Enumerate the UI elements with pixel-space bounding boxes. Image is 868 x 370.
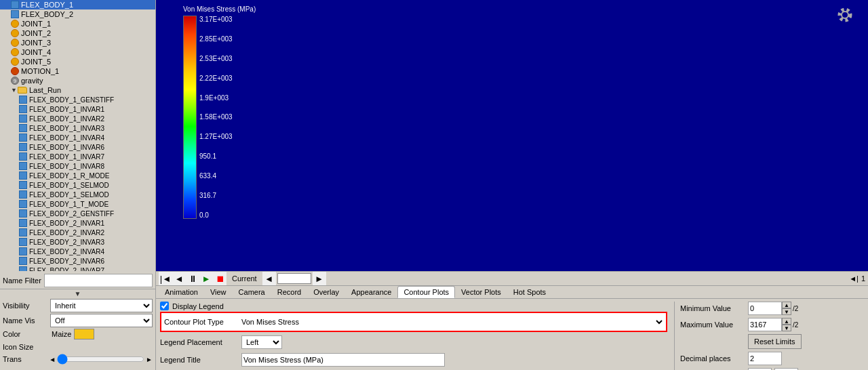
next-button-2[interactable]: ► (313, 272, 326, 285)
sidebar-item-label: FLEX_BODY_2_INVAR6 (29, 258, 104, 265)
sidebar-item-fb1-invar2[interactable]: FLEX_BODY_1_INVAR2 (0, 114, 155, 123)
display-legend-checkbox[interactable] (160, 302, 169, 310)
tab-contour-plots[interactable]: Contour Plots (397, 286, 455, 298)
decimal-places-label: Decimal places (680, 354, 748, 363)
name-filter-input[interactable] (44, 274, 153, 287)
color-swatch[interactable] (74, 329, 94, 340)
sidebar-item-joint-5[interactable]: JOINT_5 (0, 57, 155, 66)
sidebar-item-fb1-invar6[interactable]: FLEX_BODY_1_INVAR6 (0, 142, 155, 152)
legend-placement-row: Legend Placement Left Right Top Bottom (160, 335, 667, 350)
sidebar-item-joint-4[interactable]: JOINT_4 (0, 47, 155, 57)
sidebar-item-fb2-invar3[interactable]: FLEX_BODY_2_INVAR3 (0, 237, 155, 247)
max-spin-down[interactable]: ▼ (782, 325, 791, 331)
sidebar-item-fb1-invar4[interactable]: FLEX_BODY_1_INVAR4 (0, 133, 155, 142)
min-spin-down[interactable]: ▼ (782, 308, 791, 315)
mesh-icon (19, 96, 27, 104)
sidebar-item-flex-body-1[interactable]: FLEX_BODY_1 (0, 0, 155, 9)
color-row: Color Maize (0, 328, 155, 340)
trans-slider[interactable] (57, 354, 144, 364)
play-button[interactable]: ► (199, 272, 213, 285)
joint-icon (11, 48, 19, 56)
tab-hot-spots[interactable]: Hot Spots (507, 286, 552, 298)
sidebar-item-flex-body-2[interactable]: FLEX_BODY_2 (0, 9, 155, 19)
sidebar-item-fb1-invar1[interactable]: FLEX_BODY_1_INVAR1 (0, 104, 155, 114)
sidebar-item-fb1-selmod2[interactable]: FLEX_BODY_1_SELMOD (0, 190, 155, 199)
sidebar-item-gravity[interactable]: 9 gravity (0, 76, 155, 85)
contour-plot-type-select[interactable]: Von Mises Stress (237, 314, 665, 329)
max-spin-up[interactable]: ▲ (782, 318, 791, 325)
tab-overlay[interactable]: Overlay (307, 286, 345, 298)
tab-appearance[interactable]: Appearance (345, 286, 397, 298)
sidebar-item-label: FLEX_BODY_1_INVAR1 (29, 106, 104, 113)
sidebar-item-fb1-invar3[interactable]: FLEX_BODY_1_INVAR3 (0, 123, 155, 133)
sidebar-item-fb2-invar2[interactable]: FLEX_BODY_2_INVAR2 (0, 228, 155, 237)
frame-num-display: ◄| 1 (849, 274, 865, 283)
name-filter-row: Name Filter (0, 272, 155, 289)
sidebar-item-label: FLEX_BODY_2_INVAR1 (29, 220, 104, 227)
sidebar-item-joint-2[interactable]: JOINT_2 (0, 28, 155, 38)
trans-row: Trans ◄ ► (0, 354, 155, 365)
sidebar[interactable]: FLEX_BODY_1 FLEX_BODY_2 JOINT_1 JOINT_2 … (0, 0, 156, 271)
sidebar-item-fb1-selmod[interactable]: FLEX_BODY_1_SELMOD (0, 180, 155, 190)
tab-vector-plots[interactable]: Vector Plots (455, 286, 507, 298)
sidebar-item-fb2-invar6[interactable]: FLEX_BODY_2_INVAR6 (0, 256, 155, 266)
sidebar-item-label: JOINT_3 (21, 39, 51, 47)
sidebar-item-fb2-genstiff[interactable]: FLEX_BODY_2_GENSTIFF (0, 209, 155, 218)
sidebar-item-fb1-invar8[interactable]: FLEX_BODY_1_INVAR8 (0, 161, 155, 171)
sidebar-item-label: FLEX_BODY_1_T_MODE (29, 201, 108, 208)
mesh-icon (19, 152, 27, 161)
sidebar-item-fb1-invar7[interactable]: FLEX_BODY_1_INVAR7 (0, 152, 155, 161)
min-spin-up[interactable]: ▲ (782, 302, 791, 308)
pause-button[interactable]: ⏸ (186, 272, 199, 285)
sidebar-item-joint-1[interactable]: JOINT_1 (0, 19, 155, 28)
sidebar-item-last-run[interactable]: ▼ Last_Run (0, 85, 155, 95)
legend-title-input[interactable] (241, 353, 445, 367)
sidebar-item-label: gravity (21, 77, 43, 85)
sidebar-item-fb1-t-mode[interactable]: FLEX_BODY_1_T_MODE (0, 199, 155, 209)
sidebar-item-motion-1[interactable]: MOTION_1 (0, 66, 155, 76)
main-container: FLEX_BODY_1 FLEX_BODY_2 JOINT_1 JOINT_2 … (0, 0, 868, 370)
contour-plot-type-row: Contour Plot Type Von Mises Stress (160, 312, 667, 332)
visibility-select[interactable]: Inherit On Off (50, 299, 153, 312)
sidebar-item-fb1-genstiff[interactable]: FLEX_BODY_1_GENSTIFF (0, 95, 155, 104)
mesh-icon (19, 266, 27, 271)
display-legend-row: Display Legend (160, 302, 667, 310)
mesh-icon (19, 200, 27, 208)
sidebar-item-joint-3[interactable]: JOINT_3 (0, 38, 155, 47)
legend-placement-select[interactable]: Left Right Top Bottom (241, 335, 282, 349)
legend-label-2: 2.53E+003 (199, 55, 233, 62)
trans-left-arrow[interactable]: ◄ (49, 356, 56, 363)
sidebar-item-fb2-invar1[interactable]: FLEX_BODY_2_INVAR1 (0, 218, 155, 228)
reset-limits-row: Reset Limits (680, 334, 864, 349)
first-frame-button[interactable]: |◄ (159, 272, 172, 285)
legend-label-3: 2.22E+003 (199, 75, 233, 82)
name-vis-select[interactable]: Off On (50, 314, 153, 327)
prev-button-2[interactable]: ◄ (262, 272, 276, 285)
max-value-input[interactable] (748, 318, 782, 331)
joint-icon (11, 20, 19, 28)
viewport: Von Mises Stress (MPa) 3.17E+003 2.85E+0… (156, 0, 868, 271)
prev-frame-icon[interactable]: ◄| (849, 274, 859, 283)
controls-panel: Display Legend Contour Plot Type Von Mis… (156, 299, 868, 370)
gear-icon[interactable] (835, 5, 854, 26)
min-value-input[interactable] (748, 302, 782, 315)
joint-icon (11, 58, 19, 66)
trans-right-arrow[interactable]: ► (146, 356, 153, 363)
prev-frame-button[interactable]: ◄ (172, 272, 186, 285)
sidebar-item-fb1-r-mode[interactable]: FLEX_BODY_1_R_MODE (0, 171, 155, 180)
sidebar-item-fb2-invar7[interactable]: FLEX_BODY_2_INVAR7 (0, 266, 155, 271)
tab-camera[interactable]: Camera (233, 286, 271, 298)
bottom-right-panel: |◄ ◄ ⏸ ► ⏹ Current ◄ ► ◄| 1 Animation Vi… (156, 271, 868, 370)
legend-labels: 3.17E+003 2.85E+003 2.53E+003 2.22E+003 … (197, 16, 233, 219)
stop-button[interactable]: ⏹ (213, 272, 226, 285)
tab-animation[interactable]: Animation (159, 286, 204, 298)
decimal-places-input[interactable] (748, 352, 782, 365)
sidebar-item-label: FLEX_BODY_2_INVAR4 (29, 248, 104, 255)
tab-view[interactable]: View (204, 286, 233, 298)
tab-record[interactable]: Record (271, 286, 307, 298)
mesh-icon (19, 209, 27, 218)
sidebar-item-fb2-invar4[interactable]: FLEX_BODY_2_INVAR4 (0, 247, 155, 256)
reset-limits-button[interactable]: Reset Limits (748, 334, 802, 349)
frame-number: 1 (861, 274, 865, 283)
mesh-icon (19, 181, 27, 189)
